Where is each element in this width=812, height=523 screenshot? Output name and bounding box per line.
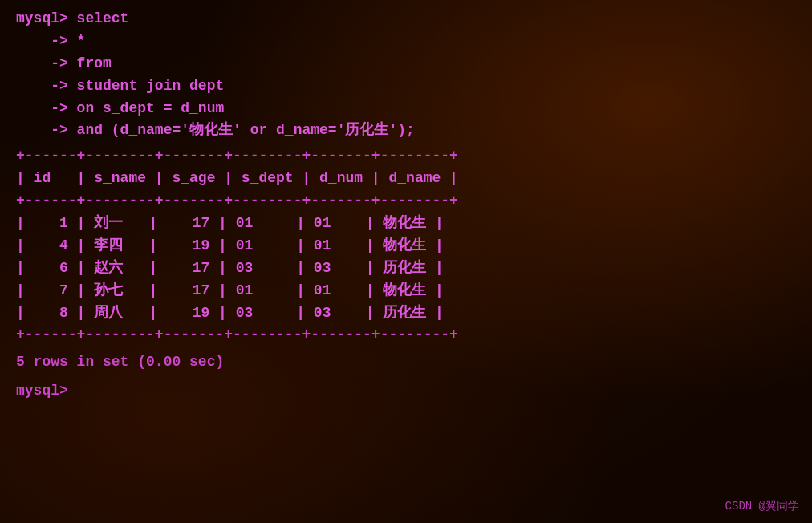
sql-star-line: -> * (16, 30, 796, 53)
terminal-window: mysql> select -> * -> from -> student jo… (0, 0, 812, 523)
watermark: CSDN @翼同学 (725, 499, 799, 513)
table-header: | id | s_name | s_age | s_dept | d_num |… (16, 168, 796, 190)
prompt-end[interactable]: mysql> (16, 380, 796, 403)
sql-join-line: -> student join dept (16, 75, 796, 98)
table-row-2: | 4 | 李四 | 19 | 01 | 01 | 物化生 | (16, 235, 796, 257)
border-top: +------+--------+-------+--------+------… (16, 145, 796, 168)
result-table: +------+--------+-------+--------+------… (16, 145, 796, 347)
border-bot: +------+--------+-------+--------+------… (16, 324, 796, 347)
border-mid: +------+--------+-------+--------+------… (16, 190, 796, 213)
sql-on-line: -> on s_dept = d_num (16, 98, 796, 120)
sql-from-line: -> from (16, 53, 796, 75)
table-row-4: | 7 | 孙七 | 17 | 01 | 01 | 物化生 | (16, 280, 796, 302)
table-row-3: | 6 | 赵六 | 17 | 03 | 03 | 历化生 | (16, 257, 796, 280)
table-row-1: | 1 | 刘一 | 17 | 01 | 01 | 物化生 | (16, 213, 796, 235)
sql-select-line: mysql> select (16, 8, 796, 30)
sql-and-line: -> and (d_name='物化生' or d_name='历化生'); (16, 120, 796, 142)
result-count: 5 rows in set (0.00 sec) (16, 351, 796, 374)
table-row-5: | 8 | 周八 | 19 | 03 | 03 | 历化生 | (16, 302, 796, 325)
